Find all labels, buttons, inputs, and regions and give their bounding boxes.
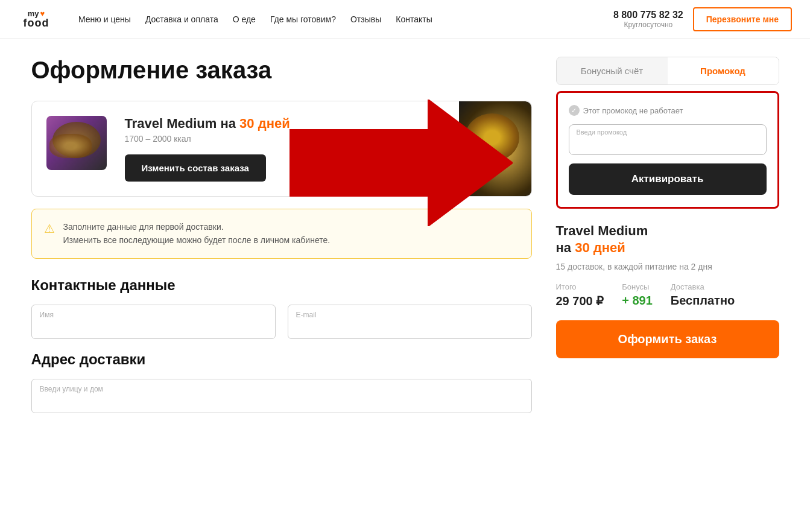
address-input[interactable] [31,379,532,413]
warning-icon: ⚠ [44,221,55,236]
promo-input[interactable] [577,138,759,148]
delivery-value: Бесплатно [671,294,735,307]
order-image-main [46,116,107,170]
order-card: Travel Medium на 30 дней 1700 – 2000 кка… [31,101,532,197]
check-icon: ✓ [569,105,580,116]
tab-promo[interactable]: Промокод [668,57,779,84]
phone-sub: Круглосуточно [613,21,683,29]
email-input[interactable] [288,305,532,339]
address-input-wrap: Введи улицу и дом [31,379,532,413]
order-image-right [459,101,531,197]
logo-food: food [24,17,49,28]
tab-bonus[interactable]: Бонусный счёт [557,57,668,84]
bonus-value: + 891 [622,294,653,307]
promo-tabs: Бонусный счёт Промокод [556,57,779,85]
order-title: Travel Medium на 30 дней [125,116,517,131]
address-section: Адрес доставки Введи улицу и дом [31,351,532,413]
summary-totals: Итого 29 700 ₽ Бонусы + 891 Доставка Бес… [556,282,779,308]
promo-input-wrap: Введи промокод [569,124,767,155]
summary-title: Travel Medium [556,223,779,239]
page-title: Оформление заказа [31,57,532,84]
nav-delivery[interactable]: Доставка и оплата [145,14,218,24]
logo[interactable]: my ♥ food [18,10,54,28]
total-item-price: Итого 29 700 ₽ [556,282,604,308]
name-input[interactable] [31,305,276,339]
order-days-highlight: 30 дней [239,116,290,131]
promo-error-msg: ✓ Этот промокод не работает [569,105,767,116]
order-info: Travel Medium на 30 дней 1700 – 2000 кка… [125,116,517,182]
summary-subtitle: на 30 дней [556,240,779,256]
promo-section: ✓ Этот промокод не работает Введи промок… [556,91,779,209]
notice-text: Заполните данные для первой доставки. Из… [63,220,331,247]
nav-where-cook[interactable]: Где мы готовим? [270,14,336,24]
summary-days-highlight: 30 дней [575,240,625,255]
header: my ♥ food Меню и цены Доставка и оплата … [0,0,810,39]
order-kcal: 1700 – 2000 ккал [125,134,517,144]
nav-contacts[interactable]: Контакты [396,14,432,24]
header-right: 8 800 775 82 32 Круглосуточно Перезвонит… [613,7,792,31]
nav-reviews[interactable]: Отзывы [350,14,381,24]
contacts-section: Контактные данные Имя E-mail [31,277,532,339]
left-column: Оформление заказа Travel Medium на 30 дн… [31,57,532,413]
total-item-bonus: Бонусы + 891 [622,282,653,308]
order-summary: Travel Medium на 30 дней 15 доставок, в … [556,223,779,358]
name-group: Имя [31,305,276,339]
contacts-title: Контактные данные [31,277,532,294]
change-order-button[interactable]: Изменить состав заказа [125,154,266,182]
order-images [46,116,113,176]
order-button[interactable]: Оформить заказ [556,320,779,358]
activate-button[interactable]: Активировать [569,163,767,195]
notice-box: ⚠ Заполните данные для первой доставки. … [31,209,532,259]
phone-block: 8 800 775 82 32 Круглосуточно [613,10,683,29]
nav-about-food[interactable]: О еде [233,14,256,24]
promo-input-label: Введи промокод [577,128,759,136]
email-group: E-mail [288,305,532,339]
phone-number: 8 800 775 82 32 [613,10,683,21]
nav-menu-prices[interactable]: Меню и цены [78,14,131,24]
page-wrap: Оформление заказа Travel Medium на 30 дн… [13,39,797,449]
summary-desc: 15 доставок, в каждой питание на 2 дня [556,262,779,271]
address-title: Адрес доставки [31,351,532,368]
right-column: Бонусный счёт Промокод ✓ Этот промокод н… [556,57,779,413]
total-value: 29 700 ₽ [556,294,604,308]
main-nav: Меню и цены Доставка и оплата О еде Где … [78,14,595,24]
callback-button[interactable]: Перезвоните мне [693,7,792,31]
total-item-delivery: Доставка Бесплатно [671,282,735,308]
contacts-form-row: Имя E-mail [31,305,532,339]
